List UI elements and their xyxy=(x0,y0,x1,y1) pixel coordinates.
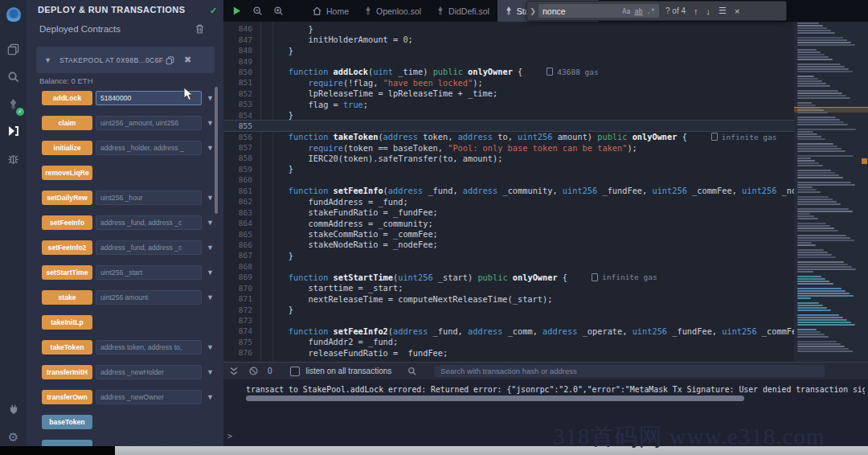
listen-transactions-checkbox[interactable] xyxy=(290,367,300,376)
terminal-horizontal-scrollbar[interactable] xyxy=(246,396,744,401)
solidity-compiler-icon[interactable]: ✓ xyxy=(0,93,27,114)
transferInitH-button[interactable]: transferInitH xyxy=(42,365,92,379)
minimap-line xyxy=(797,191,821,193)
clear-contracts-trash-icon[interactable] xyxy=(195,24,204,34)
function-row-takeInitLp: takeInitLp xyxy=(42,315,215,330)
zoom-out-icon[interactable] xyxy=(252,6,263,16)
expand-chevron-icon[interactable]: ▼ xyxy=(207,268,214,277)
expand-chevron-icon[interactable]: ▼ xyxy=(207,94,214,102)
contract-name: STAKEPOOL AT 0X98B...0C6FE xyxy=(59,56,164,64)
expand-chevron-icon[interactable]: ▼ xyxy=(207,194,214,202)
stake-input[interactable] xyxy=(96,290,202,305)
gas-estimate: infinite gas xyxy=(592,273,657,281)
regex-icon[interactable]: .* xyxy=(647,7,655,15)
stake-button[interactable]: stake xyxy=(42,290,92,305)
find-input[interactable] xyxy=(538,6,622,16)
takeToken-button[interactable]: takeToken xyxy=(42,340,92,355)
find-in-selection-icon[interactable]: ☰ xyxy=(719,6,727,16)
remove-contract-icon[interactable]: ✖ xyxy=(184,55,191,65)
expand-chevron-icon[interactable]: ▼ xyxy=(207,244,214,252)
minimap-line xyxy=(797,211,853,212)
transferOwn-input[interactable] xyxy=(96,390,202,404)
code-text: function takeToken(address token, addres… xyxy=(268,132,687,141)
setFeeInfo2-input[interactable] xyxy=(96,240,202,255)
expand-chevron-icon[interactable]: ▼ xyxy=(207,393,214,401)
setFeeInfo-button[interactable]: setFeeInfo xyxy=(42,215,92,230)
minimap-line xyxy=(797,302,819,304)
terminal-prompt[interactable]: > xyxy=(227,432,232,441)
takeToken-input[interactable] xyxy=(96,340,202,355)
minimap[interactable] xyxy=(794,22,868,362)
minimap-line xyxy=(797,66,845,68)
terminal-expand-chevrons-icon[interactable] xyxy=(230,367,238,376)
settings-gear-icon[interactable]: ⚙ xyxy=(0,427,27,448)
remix-logo-icon[interactable] xyxy=(0,5,27,26)
minimap-line xyxy=(797,266,852,268)
expand-chevron-icon[interactable]: ▼ xyxy=(207,293,214,301)
zoom-in-icon[interactable] xyxy=(273,6,284,16)
deployed-contract-card[interactable]: ▼ STAKEPOOL AT 0X98B...0C6FE ✖ xyxy=(36,47,215,73)
file-explorer-icon[interactable] xyxy=(0,39,27,59)
mouse-cursor xyxy=(183,87,194,101)
whole-word-icon[interactable]: ab xyxy=(635,7,643,15)
code-text: function setFeeInfo2(address _fund, addr… xyxy=(268,326,794,336)
takeInitLp-button[interactable]: takeInitLp xyxy=(42,315,92,330)
clear-console-ban-icon[interactable] xyxy=(249,367,258,375)
claim-button[interactable]: claim xyxy=(42,116,92,130)
claim-input[interactable] xyxy=(96,116,202,130)
tab-openloo-sol[interactable]: Openloo.sol xyxy=(357,0,429,22)
minimap-line xyxy=(797,329,817,330)
addLock-button[interactable]: addLock xyxy=(42,91,92,105)
terminal-search-input[interactable] xyxy=(434,365,825,377)
deploy-run-icon[interactable] xyxy=(0,121,27,141)
initialize-button[interactable]: initialize xyxy=(42,141,92,155)
setDailyRew-button[interactable]: setDailyRew xyxy=(42,191,92,205)
baseToken-button[interactable]: baseToken xyxy=(42,415,92,429)
minimap-line xyxy=(797,148,841,150)
transferOwn-button[interactable]: transferOwn xyxy=(42,390,92,404)
minimap-line xyxy=(797,97,850,99)
contract-collapse-chevron-icon[interactable]: ▼ xyxy=(44,56,51,64)
minimap-line xyxy=(797,261,844,263)
plugin-manager-icon[interactable] xyxy=(0,399,27,420)
code-text: require(token == baseToken, "Pool: only … xyxy=(268,143,637,153)
terminal-search-icon xyxy=(407,367,416,375)
code-text: releaseFundRatio = fundFee; xyxy=(268,348,448,358)
tab-home[interactable]: Home xyxy=(305,0,357,22)
initialize-input[interactable] xyxy=(96,141,202,155)
transferInitH-input[interactable] xyxy=(96,365,202,379)
line-number: 868 xyxy=(223,262,252,271)
code-line-871: 871 nextReleaseTime = computeNextRelease… xyxy=(223,293,794,304)
match-case-icon[interactable]: Aa xyxy=(622,7,630,15)
partial-button[interactable] xyxy=(42,440,92,446)
find-collapse-chevron-icon[interactable]: ❯ xyxy=(527,7,538,15)
copy-address-icon[interactable] xyxy=(166,55,174,65)
tab-diddefi-sol[interactable]: DidDefi.sol xyxy=(429,0,497,22)
setStartTime-button[interactable]: setStartTime xyxy=(42,265,92,280)
panel-scrollbar[interactable] xyxy=(215,87,218,214)
contract-balance: Balance: 0 ETH xyxy=(39,76,93,85)
setDailyRew-input[interactable] xyxy=(96,191,202,205)
find-close-icon[interactable]: × xyxy=(735,6,739,16)
expand-chevron-icon[interactable]: ▼ xyxy=(207,343,214,351)
find-previous-icon[interactable]: ↑ xyxy=(694,6,698,16)
run-script-play-icon[interactable] xyxy=(231,6,242,16)
minimap-line xyxy=(797,324,855,326)
compile-success-badge: ✓ xyxy=(16,108,24,116)
expand-chevron-icon[interactable]: ▼ xyxy=(207,219,214,227)
minimap-line xyxy=(797,288,841,289)
debugger-icon[interactable] xyxy=(0,148,27,169)
setFeeInfo-input[interactable] xyxy=(96,215,202,230)
setFeeInfo2-button[interactable]: setFeeInfo2 xyxy=(42,240,92,255)
setStartTime-input[interactable] xyxy=(96,265,202,280)
search-icon[interactable] xyxy=(0,66,27,87)
find-next-icon[interactable]: ↓ xyxy=(706,6,711,16)
removeLiqRe-button[interactable]: removeLiqRe xyxy=(42,166,92,180)
expand-chevron-icon[interactable]: ▼ xyxy=(207,119,214,127)
expand-chevron-icon[interactable]: ▼ xyxy=(207,144,214,152)
minimap-marker xyxy=(862,158,867,164)
gas-pump-icon xyxy=(592,273,598,281)
code-editor[interactable]: 846 }847 initHolderAmount = 0;848 }84985… xyxy=(223,22,794,362)
expand-chevron-icon[interactable]: ▼ xyxy=(207,368,214,376)
terminal-header: 0 listen on all transactions xyxy=(223,363,868,379)
